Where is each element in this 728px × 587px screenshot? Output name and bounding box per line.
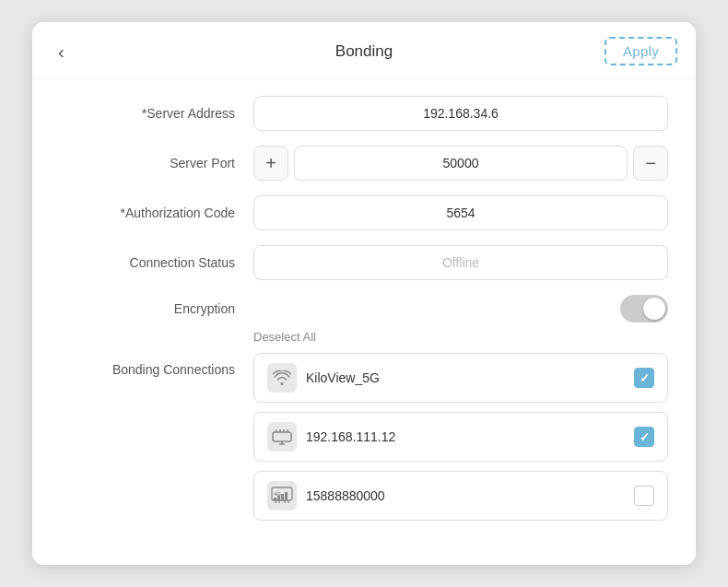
server-port-input[interactable]: [294, 146, 628, 181]
bonding-card: ‹ Bonding Apply *Server Address Server P…: [32, 22, 696, 565]
page-title: Bonding: [335, 42, 393, 61]
deselect-row: Deselect All: [60, 330, 668, 344]
encryption-label: Encryption: [60, 301, 253, 316]
apply-button[interactable]: Apply: [605, 37, 677, 65]
header: ‹ Bonding Apply: [32, 22, 696, 79]
svg-rect-0: [273, 432, 291, 441]
auth-code-row: *Authorization Code: [60, 195, 668, 230]
deselect-all-button[interactable]: Deselect All: [253, 330, 316, 344]
port-group: + −: [253, 146, 668, 181]
bonding-list: KiloView_5G: [253, 353, 668, 521]
server-address-input[interactable]: [253, 96, 668, 131]
connection-status-value: Offline: [253, 245, 668, 280]
svg-rect-15: [281, 494, 284, 500]
connection-checkbox[interactable]: [634, 486, 654, 506]
connection-checkbox[interactable]: [634, 368, 654, 388]
connection-status-row: Connection Status Offline: [60, 245, 668, 280]
bonding-connections-row: Bonding Connections KiloView_5G: [60, 353, 668, 521]
port-increment-button[interactable]: −: [633, 146, 668, 181]
toggle-thumb: [643, 298, 665, 320]
bonding-section: Deselect All Bonding Connections: [60, 330, 668, 521]
list-item: KiloView_5G: [253, 353, 668, 403]
connection-status-label: Connection Status: [60, 255, 253, 270]
server-port-label: Server Port: [60, 156, 253, 170]
connection-name: KiloView_5G: [306, 370, 625, 385]
connection-checkbox[interactable]: [634, 427, 654, 447]
auth-code-input[interactable]: [253, 195, 668, 230]
port-decrement-button[interactable]: +: [253, 146, 288, 181]
back-button[interactable]: ‹: [51, 39, 72, 65]
svg-rect-16: [285, 492, 288, 500]
encryption-toggle[interactable]: [620, 295, 668, 323]
connection-name: 15888880000: [306, 488, 625, 503]
form-body: *Server Address Server Port + − *Authori…: [32, 79, 696, 537]
wifi-icon: [267, 363, 297, 393]
svg-rect-13: [274, 498, 276, 500]
ethernet-icon: [267, 422, 297, 452]
server-address-label: *Server Address: [60, 106, 253, 121]
bonding-connections-label: Bonding Connections: [60, 353, 253, 377]
server-port-row: Server Port + −: [60, 146, 668, 181]
server-address-row: *Server Address: [60, 96, 668, 131]
list-item: 192.168.111.12: [253, 412, 668, 462]
connection-name: 192.168.111.12: [306, 429, 625, 444]
encryption-row: Encryption: [60, 295, 668, 323]
svg-rect-14: [277, 496, 280, 500]
list-item: 4G 15888880000: [253, 471, 668, 521]
auth-code-label: *Authorization Code: [60, 205, 253, 220]
toggle-track: [620, 295, 668, 323]
4g-icon: 4G: [267, 481, 297, 511]
